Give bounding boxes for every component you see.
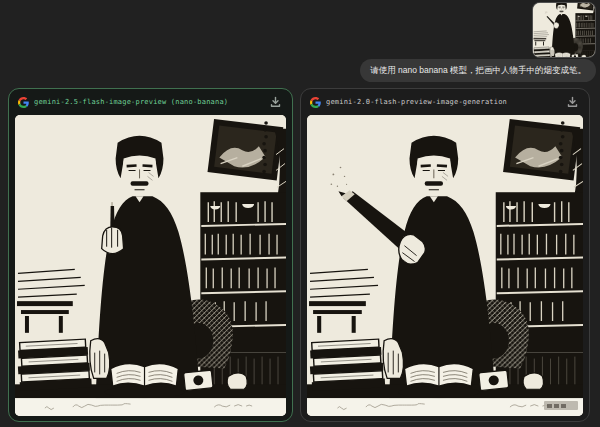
model-label: gemini-2.5-flash-image-preview (nano-ban…: [34, 98, 228, 106]
panel-header: gemini-2.5-flash-image-preview (nano-ban…: [9, 89, 292, 115]
attachment-thumbnail[interactable]: [533, 3, 595, 57]
user-message-text: 请使用 nano banana 模型，把画中人物手中的烟变成笔。: [370, 65, 586, 75]
chat-canvas: 请使用 nano banana 模型，把画中人物手中的烟变成笔。 gemini-…: [0, 0, 600, 427]
google-g-icon: [18, 97, 29, 108]
attachment-image: [533, 3, 595, 57]
google-g-icon: [310, 97, 321, 108]
model-label: gemini-2.0-flash-preview-image-generatio…: [326, 98, 507, 106]
generated-image-right[interactable]: [307, 115, 583, 416]
result-panel-nano-banana: gemini-2.5-flash-image-preview (nano-ban…: [8, 88, 293, 422]
download-button[interactable]: [565, 94, 580, 110]
generated-image-left[interactable]: [15, 115, 286, 416]
user-message-bubble: 请使用 nano banana 模型，把画中人物手中的烟变成笔。: [360, 59, 596, 82]
result-panel-flash-2-0: gemini-2.0-flash-preview-image-generatio…: [300, 88, 590, 422]
panel-header: gemini-2.0-flash-preview-image-generatio…: [301, 89, 589, 115]
watermark-badge: [544, 401, 578, 410]
download-button[interactable]: [268, 94, 283, 110]
